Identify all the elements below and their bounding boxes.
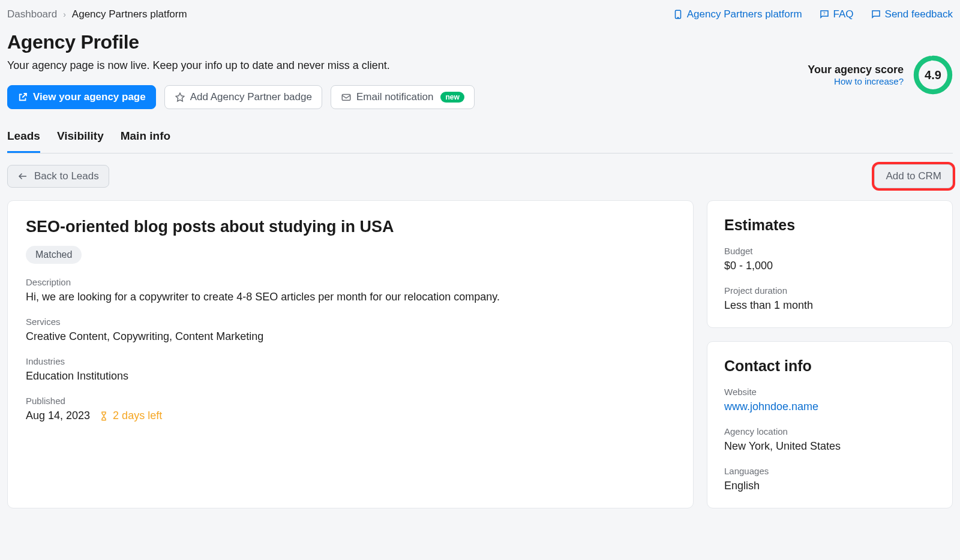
arrow-left-icon — [17, 171, 28, 182]
duration-label: Project duration — [724, 285, 935, 296]
agency-score-text: Your agency score How to increase? — [808, 64, 904, 87]
side-column: Estimates Budget $0 - 1,000 Project dura… — [707, 200, 953, 508]
published-row: Aug 14, 2023 2 days left — [26, 410, 675, 422]
view-agency-page-button[interactable]: View your agency page — [7, 85, 156, 109]
published-label: Published — [26, 396, 675, 406]
agency-score-label: Your agency score — [808, 64, 904, 76]
faq-icon: ? — [819, 9, 830, 20]
external-link-icon — [17, 92, 28, 103]
breadcrumb-root[interactable]: Dashboard — [7, 8, 57, 20]
lead-card: SEO-oriented blog posts about studying i… — [7, 200, 694, 508]
svg-marker-3 — [176, 93, 184, 101]
page-header: Agency Profile Your agency page is now l… — [7, 31, 953, 109]
agency-location-label: Agency location — [724, 426, 935, 436]
feedback-icon — [871, 9, 881, 20]
breadcrumb-current: Agency Partners platform — [72, 8, 187, 20]
estimates-title: Estimates — [724, 216, 935, 234]
agency-score-value: 4.9 — [913, 55, 953, 95]
agency-score: Your agency score How to increase? 4.9 — [808, 55, 953, 95]
page-title: Agency Profile — [7, 31, 475, 53]
back-to-leads-button[interactable]: Back to Leads — [7, 165, 109, 188]
agency-location-value: New York, United States — [724, 440, 935, 453]
mail-icon — [341, 92, 352, 103]
website-link[interactable]: www.johndoe.name — [724, 401, 818, 413]
add-partner-badge-button[interactable]: Add Agency Partner badge — [164, 85, 322, 109]
budget-label: Budget — [724, 246, 935, 256]
how-to-increase-link[interactable]: How to increase? — [834, 76, 904, 86]
languages-label: Languages — [724, 466, 935, 476]
agency-score-ring: 4.9 — [913, 55, 953, 95]
add-partner-badge-label: Add Agency Partner badge — [190, 91, 312, 103]
svg-text:?: ? — [823, 11, 825, 16]
days-left: 2 days left — [98, 410, 162, 422]
add-to-crm-button[interactable]: Add to CRM — [874, 164, 953, 188]
back-to-leads-label: Back to Leads — [34, 170, 99, 182]
tab-visibility[interactable]: Visibility — [57, 130, 104, 153]
view-agency-page-label: View your agency page — [33, 91, 146, 103]
content-layout: SEO-oriented blog posts about studying i… — [7, 200, 953, 508]
hourglass-icon — [98, 411, 109, 421]
tabs: Leads Visibility Main info — [7, 130, 953, 153]
website-label: Website — [724, 387, 935, 397]
tablet-icon — [673, 9, 683, 20]
agency-partners-link-label: Agency Partners platform — [687, 8, 802, 20]
page-header-left: Agency Profile Your agency page is now l… — [7, 31, 475, 109]
contact-info-card: Contact info Website www.johndoe.name Ag… — [707, 341, 953, 508]
industries-label: Industries — [26, 356, 675, 366]
contact-info-title: Contact info — [724, 357, 935, 375]
services-label: Services — [26, 317, 675, 327]
faq-link-label: FAQ — [833, 8, 854, 20]
lead-status-pill: Matched — [26, 246, 82, 264]
budget-value: $0 - 1,000 — [724, 260, 935, 272]
action-row: Back to Leads Add to CRM — [7, 164, 953, 188]
page-subtitle: Your agency page is now live. Keep your … — [7, 59, 475, 72]
estimates-card: Estimates Budget $0 - 1,000 Project dura… — [707, 200, 953, 328]
lead-title: SEO-oriented blog posts about studying i… — [26, 218, 675, 236]
published-date: Aug 14, 2023 — [26, 410, 90, 422]
star-icon — [175, 92, 185, 103]
send-feedback-link-label: Send feedback — [885, 8, 953, 20]
services-value: Creative Content, Copywriting, Content M… — [26, 330, 675, 343]
days-left-label: 2 days left — [113, 410, 162, 422]
tab-main-info[interactable]: Main info — [121, 130, 170, 153]
top-links: Agency Partners platform ? FAQ Send feed… — [673, 8, 953, 20]
faq-link[interactable]: ? FAQ — [819, 8, 854, 20]
industries-value: Education Institutions — [26, 370, 675, 383]
header-buttons: View your agency page Add Agency Partner… — [7, 85, 475, 109]
description-value: Hi, we are looking for a copywriter to c… — [26, 291, 675, 303]
tab-leads[interactable]: Leads — [7, 130, 40, 153]
duration-value: Less than 1 month — [724, 299, 935, 312]
svg-rect-4 — [342, 95, 350, 101]
chevron-right-icon: › — [63, 10, 66, 19]
email-notification-label: Email notification — [356, 91, 434, 103]
languages-value: English — [724, 480, 935, 492]
send-feedback-link[interactable]: Send feedback — [871, 8, 953, 20]
new-badge: new — [440, 92, 464, 103]
agency-partners-link[interactable]: Agency Partners platform — [673, 8, 802, 20]
email-notification-button[interactable]: Email notification new — [331, 85, 475, 109]
breadcrumb: Dashboard › Agency Partners platform — [7, 8, 187, 20]
topbar: Dashboard › Agency Partners platform Age… — [7, 6, 953, 31]
description-label: Description — [26, 277, 675, 287]
